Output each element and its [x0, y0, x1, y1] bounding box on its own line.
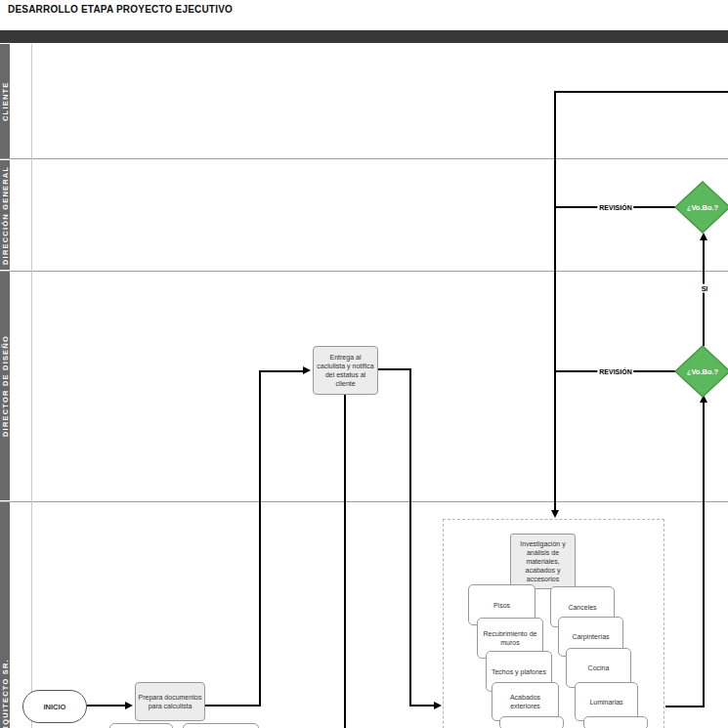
edge-prepara-h2 — [259, 370, 305, 372]
task-entrega-calculista[interactable]: Entrega al caclulista y notifica del est… — [313, 346, 378, 395]
edge-merge-spine — [554, 91, 556, 513]
edge-entrega-right-h2 — [409, 705, 436, 707]
lane-divider-2 — [0, 271, 728, 272]
arrowhead-into-decision-top — [700, 233, 707, 240]
lane-divider-1 — [0, 158, 728, 159]
task-investigacion-materiales[interactable]: Investigación y análisis de materiales, … — [510, 534, 576, 589]
start-node-inicio[interactable]: INICIO — [22, 690, 87, 723]
arrowhead-into-group-top — [551, 510, 559, 518]
edge-group-to-decision-v — [703, 403, 705, 707]
edge-prepara-h1 — [205, 705, 261, 707]
edge-si — [703, 240, 705, 346]
edge-inicio-prepara — [87, 705, 125, 707]
arrowhead-into-prepara — [125, 702, 133, 709]
card-acabados-exteriores[interactable]: Acabados exteriores — [492, 682, 559, 721]
arrowhead-into-entrega — [303, 366, 311, 374]
edge-top-horizontal — [554, 91, 728, 93]
edge-entrega-right-h1 — [377, 368, 411, 370]
lane-divider-3 — [0, 501, 728, 502]
card-luminarias[interactable]: Luminarias — [575, 682, 638, 721]
edge-prepara-v — [259, 371, 261, 707]
decision-bottom-label: ¿Vo.Bo.? — [674, 345, 728, 398]
partial-box-right[interactable] — [183, 723, 259, 728]
task-prepara-documentos[interactable]: Prepara documentos para calculista — [135, 682, 205, 721]
lane-label-arquitecto-sr: ARQUITECTO SR. — [0, 502, 10, 728]
lane-label-cliente: CLIENTE — [0, 44, 10, 158]
decision-top-label: ¿Vo.Bo.? — [674, 181, 728, 234]
edge-label-revision-bottom: REVISIÓN — [597, 367, 633, 376]
partial-box-left[interactable] — [109, 723, 173, 728]
page-title: DESARROLLO ETAPA PROYECTO EJECUTIVO — [8, 4, 233, 15]
lane-label-column-border — [31, 44, 32, 728]
card-partial-left[interactable] — [499, 716, 564, 728]
lane-label-direccion-general: DIRECCIÓN GENERAL — [0, 160, 10, 270]
edge-group-to-decision-h — [665, 706, 705, 707]
pool-header-bar — [0, 30, 728, 43]
arrowhead-into-group-left — [434, 702, 442, 709]
lane-label-director-diseno: DIRECTOR DE DISEÑO — [0, 272, 10, 500]
edge-label-si: SI — [700, 284, 710, 293]
edge-label-revision-top: REVISIÓN — [597, 203, 633, 212]
edge-entrega-right-v — [409, 368, 411, 707]
edge-entrega-bottom — [344, 395, 346, 728]
card-partial-right[interactable] — [583, 716, 648, 728]
flowchart-canvas: DESARROLLO ETAPA PROYECTO EJECUTIVO CLIE… — [0, 0, 728, 728]
